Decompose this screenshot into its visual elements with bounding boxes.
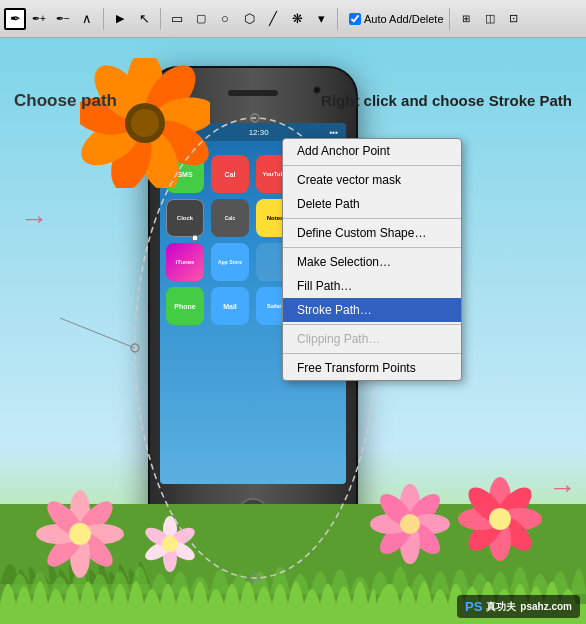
menu-delete-path[interactable]: Delete Path [283, 192, 461, 216]
rounded-rect-tool[interactable]: ▢ [190, 8, 212, 30]
mask-icon[interactable]: ◫ [479, 8, 501, 30]
battery-icon: ▪▪▪ [329, 128, 338, 137]
tool-options-arrow[interactable]: ▾ [310, 8, 332, 30]
rect-shape-tool[interactable]: ▭ [166, 8, 188, 30]
context-menu: Add Anchor Point Create vector mask Dele… [282, 138, 462, 381]
custom-shape-tool[interactable]: ❋ [286, 8, 308, 30]
ellipse-tool[interactable]: ○ [214, 8, 236, 30]
svg-point-10 [131, 109, 159, 137]
toolbar-separator-2 [160, 8, 161, 30]
line-tool[interactable]: ╱ [262, 8, 284, 30]
toolbar-separator-3 [337, 8, 338, 30]
app-calculator: Calc [211, 199, 249, 237]
app-itunes: iTunes [166, 243, 204, 281]
toolbar-separator-4 [449, 8, 450, 30]
app-cal: Cal [211, 155, 249, 193]
right-click-annotation: Right click and choose Stroke Path [321, 90, 572, 111]
menu-make-selection[interactable]: Make Selection… [283, 250, 461, 274]
auto-add-delete-checkbox[interactable] [349, 13, 361, 25]
bottom-right-arrow: → [548, 472, 576, 504]
watermark-url: psahz.com [520, 601, 572, 612]
menu-sep-3 [283, 247, 461, 248]
app-appstore: App Store [211, 243, 249, 281]
watermark-text: 真功夫 [486, 600, 516, 614]
menu-clipping-path: Clipping Path… [283, 327, 461, 351]
bottom-flowers [0, 464, 586, 594]
canvas-area: Choose path → Right click and choose Str… [0, 38, 586, 624]
menu-sep-2 [283, 218, 461, 219]
auto-add-delete-label: Auto Add/Delete [364, 13, 444, 25]
svg-point-28 [69, 523, 91, 545]
path-select-tool[interactable]: ▶ [109, 8, 131, 30]
menu-fill-path[interactable]: Fill Path… [283, 274, 461, 298]
menu-define-custom-shape[interactable]: Define Custom Shape… [283, 221, 461, 245]
menu-stroke-path[interactable]: Stroke Path… [283, 298, 461, 322]
svg-line-17 [60, 318, 135, 348]
svg-point-53 [489, 508, 511, 530]
left-arrow: → [20, 203, 48, 235]
menu-sep-1 [283, 165, 461, 166]
choose-path-annotation: Choose path [14, 90, 117, 112]
svg-point-37 [400, 514, 420, 534]
iphone-camera [313, 86, 321, 94]
app-clock: Clock [166, 199, 204, 237]
menu-add-anchor-point[interactable]: Add Anchor Point [283, 139, 461, 163]
toolbar-separator-1 [103, 8, 104, 30]
pen-tool[interactable]: ✒ [4, 8, 26, 30]
svg-point-44 [162, 536, 178, 552]
app-phone: Phone [166, 287, 204, 325]
menu-sep-5 [283, 353, 461, 354]
convert-point-tool[interactable]: ∧ [76, 8, 98, 30]
toolbar: ✒ ✒+ ✒− ∧ ▶ ↖ ▭ ▢ ○ ⬡ ╱ ❋ ▾ Auto Add/Del… [0, 0, 586, 38]
iphone-speaker [228, 90, 278, 96]
polygon-tool[interactable]: ⬡ [238, 8, 260, 30]
ps-logo: PS [465, 599, 482, 614]
grid-icon[interactable]: ⊞ [455, 8, 477, 30]
direct-select-tool[interactable]: ↖ [133, 8, 155, 30]
time-label: 12:30 [249, 128, 269, 137]
watermark: PS 真功夫 psahz.com [457, 595, 580, 618]
menu-free-transform-points[interactable]: Free Transform Points [283, 356, 461, 380]
pen-subtract-tool[interactable]: ✒− [52, 8, 74, 30]
auto-add-delete-checkbox-container: Auto Add/Delete [349, 13, 444, 25]
screen-mode-icon[interactable]: ⊡ [503, 8, 525, 30]
pen-add-tool[interactable]: ✒+ [28, 8, 50, 30]
svg-point-12 [131, 344, 139, 352]
app-mail: Mail [211, 287, 249, 325]
orange-flower [80, 58, 210, 188]
menu-sep-4 [283, 324, 461, 325]
menu-create-vector-mask[interactable]: Create vector mask [283, 168, 461, 192]
